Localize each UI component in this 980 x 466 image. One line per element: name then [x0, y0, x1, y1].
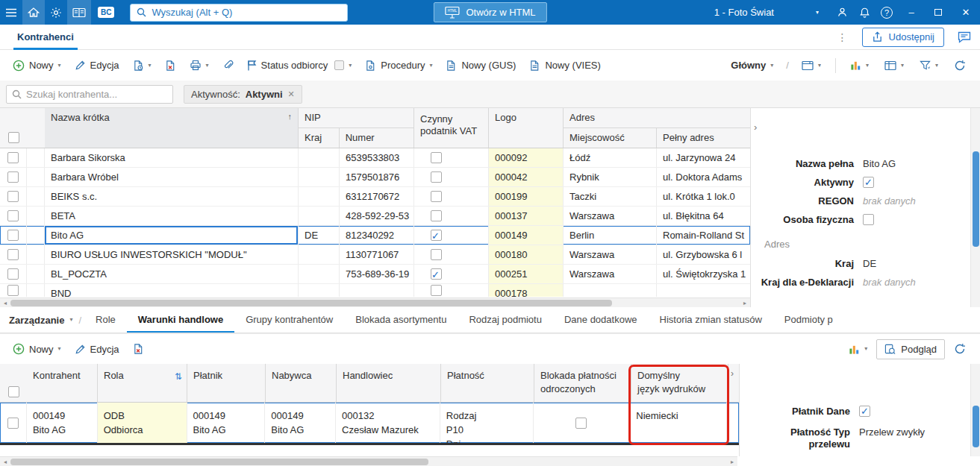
home-button[interactable]: [22, 0, 45, 25]
platnik-dane-checkbox[interactable]: [859, 406, 870, 417]
panel-collapse-icon[interactable]: ›: [728, 364, 739, 402]
select-all-checkbox[interactable]: [0, 108, 27, 148]
tab-blokada-asortymentu[interactable]: Blokada asortymentu: [344, 307, 458, 333]
column-header-handlowiec[interactable]: Handlowiec: [337, 364, 441, 402]
scrollbar-thumb[interactable]: [973, 151, 979, 247]
delete-button[interactable]: [158, 54, 183, 77]
vertical-scrollbar[interactable]: [970, 364, 980, 456]
tab-dane-dodatkowe[interactable]: Dane dodatkowe: [553, 307, 649, 333]
cell-name[interactable]: BETA: [45, 207, 299, 225]
table-row[interactable]: BND 000178: [0, 284, 750, 297]
column-header-kontrahent[interactable]: Kontrahent: [27, 364, 98, 402]
glowny-view-button[interactable]: Główny ▾: [724, 54, 780, 77]
edit-button[interactable]: Edycja: [68, 54, 126, 77]
scroll-left-icon[interactable]: ◂: [0, 459, 10, 465]
column-header-rola[interactable]: Rola ⇅: [98, 364, 187, 402]
column-header-logo[interactable]: Logo: [489, 108, 564, 148]
copy-with-history-button[interactable]: ▾: [126, 54, 158, 77]
minimize-button[interactable]: –: [898, 0, 925, 25]
cell-name[interactable]: Bito AG: [45, 226, 299, 245]
column-header-miejscowosc[interactable]: Miejscowość: [564, 128, 657, 148]
print-button[interactable]: ▾: [183, 54, 216, 77]
column-header-blokada[interactable]: Blokada płatności odroczonych: [534, 364, 631, 402]
status-odbiorcy-button[interactable]: Status odbiorcy ▾: [240, 54, 359, 77]
column-header-platnik[interactable]: Płatnik: [187, 364, 266, 402]
contractor-search-input[interactable]: [26, 89, 167, 100]
global-search-input[interactable]: [152, 7, 341, 18]
table-row[interactable]: Barbara Sikorska 6539533803 000092 Łódź …: [0, 148, 750, 168]
share-button[interactable]: Udostępnij: [862, 28, 944, 47]
new-button[interactable]: Nowy ▾: [6, 54, 68, 77]
row-checkbox[interactable]: [0, 148, 27, 167]
new-role-button[interactable]: Nowy ▾: [6, 338, 68, 360]
window-layout-button[interactable]: ▾: [795, 54, 828, 77]
tab-warunki-handlowe[interactable]: Warunki handlowe: [127, 307, 234, 333]
tab-role[interactable]: Role: [84, 307, 127, 333]
cell-name[interactable]: Barbara Sikorska: [45, 148, 299, 167]
edit-role-button[interactable]: Edycja: [68, 338, 126, 360]
row-checkbox[interactable]: [0, 245, 27, 264]
column-header-jezyk-wydrukow[interactable]: Domyślny język wydruków: [631, 364, 728, 402]
cell-name[interactable]: BND: [45, 284, 299, 297]
contractor-search[interactable]: [6, 85, 173, 104]
row-checkbox[interactable]: [0, 265, 27, 283]
row-checkbox[interactable]: [0, 403, 27, 443]
tab-rodzaj-podmiotu[interactable]: Rodzaj podmiotu: [458, 307, 553, 333]
refresh-button[interactable]: [947, 54, 973, 77]
tab-kontrahenci[interactable]: Kontrahenci: [13, 25, 78, 50]
status-checkbox[interactable]: [334, 60, 344, 70]
preview-button[interactable]: Podgląd: [876, 339, 945, 359]
table-row[interactable]: Barbara Wróbel 1579501876 000042 Rybnik …: [0, 168, 750, 187]
cell-name[interactable]: BL_POCZTA: [45, 265, 299, 283]
bc-badge[interactable]: BC: [98, 7, 114, 18]
cell-name[interactable]: BIURO USŁUG INWESTORSKICH "MODUŁ": [45, 245, 299, 264]
tab-historia-zmian-statusow[interactable]: Historia zmian statusów: [649, 307, 773, 333]
user-button[interactable]: [831, 0, 853, 25]
vertical-scrollbar[interactable]: [970, 108, 980, 307]
role-row-selected[interactable]: 000149 Bito AG ODB Odbiorca 000149 Bito …: [0, 403, 739, 443]
close-button[interactable]: ✕: [952, 0, 980, 25]
horizontal-scrollbar[interactable]: ◂ ▸: [0, 297, 750, 307]
scrollbar-thumb[interactable]: [10, 459, 428, 465]
column-header-nip[interactable]: NIP: [299, 108, 413, 128]
workspaces-button[interactable]: [67, 0, 91, 25]
row-checkbox[interactable]: [0, 187, 27, 206]
table-row[interactable]: BL_POCZTA 753-689-36-19 000251 Warszawa …: [0, 265, 750, 284]
global-search[interactable]: [130, 4, 348, 22]
row-checkbox[interactable]: [0, 168, 27, 186]
cell-name[interactable]: BEIKS s.c.: [45, 187, 299, 206]
notifications-button[interactable]: [853, 0, 876, 25]
scroll-right-icon[interactable]: ▸: [727, 459, 737, 465]
chart-button[interactable]: ▾: [842, 338, 874, 360]
checkbox[interactable]: [8, 132, 19, 143]
procedury-button[interactable]: Procedury ▾: [358, 54, 439, 77]
zarzadzanie-dropdown[interactable]: Zarządzanie ▾: [9, 315, 72, 326]
chip-remove-icon[interactable]: ✕: [288, 89, 295, 99]
layout-columns-button[interactable]: ▾: [878, 54, 911, 77]
scrollbar-thumb[interactable]: [973, 406, 979, 447]
maximize-button[interactable]: [925, 0, 952, 25]
column-header-vat[interactable]: Czynny podatnik VAT: [414, 108, 489, 148]
table-row[interactable]: BETA 428-592-29-53 000137 Warszawa ul. B…: [0, 207, 750, 226]
column-header-nazwa-krotka[interactable]: Nazwa krótka ↑: [45, 108, 299, 148]
scroll-left-icon[interactable]: ◂: [0, 300, 10, 306]
column-header-pelny-adres[interactable]: Pełny adres: [657, 128, 750, 148]
column-header-nabywca[interactable]: Nabywca: [266, 364, 337, 402]
column-header-numer[interactable]: Numer: [340, 128, 413, 148]
aktywny-checkbox[interactable]: [863, 177, 874, 188]
row-checkbox[interactable]: [0, 284, 27, 297]
tab-podmioty[interactable]: Podmioty p: [773, 307, 844, 333]
filter-chip-aktywnosc[interactable]: Aktywność: Aktywni ✕: [184, 85, 302, 104]
delete-role-button[interactable]: [126, 338, 151, 360]
column-header-platnosc[interactable]: Płatność: [441, 364, 534, 402]
feedback-button[interactable]: [958, 31, 971, 43]
filter-settings-button[interactable]: ▾: [913, 54, 945, 77]
settings-button[interactable]: [45, 0, 67, 25]
horizontal-scrollbar[interactable]: ◂ ▸: [0, 456, 737, 466]
help-button[interactable]: ?: [876, 0, 898, 25]
nowy-gus-button[interactable]: Nowy (GUS): [439, 54, 522, 77]
scrollbar-thumb[interactable]: [10, 300, 612, 306]
row-checkbox[interactable]: [0, 226, 27, 245]
row-checkbox[interactable]: [0, 207, 27, 225]
chart-button[interactable]: ▾: [843, 54, 876, 77]
